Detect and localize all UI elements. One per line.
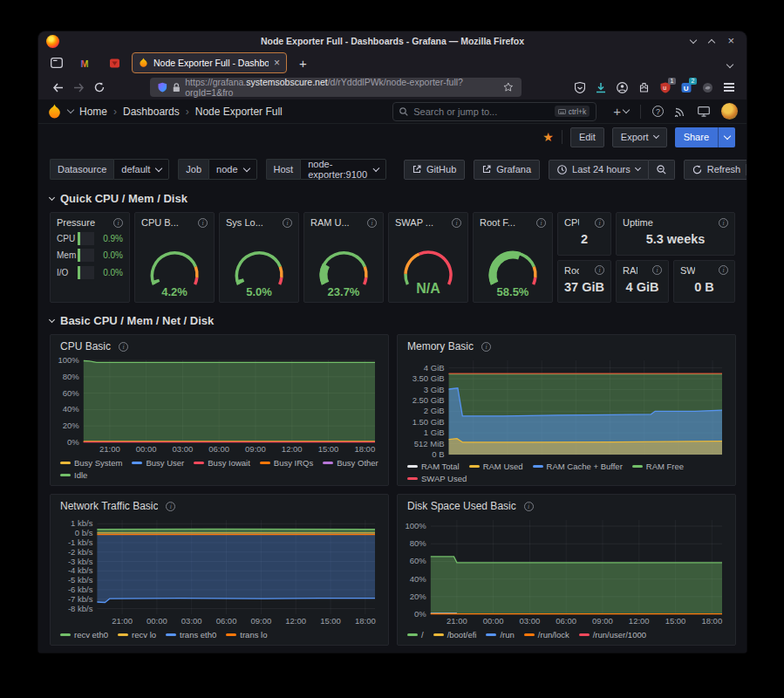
window-maximize-icon[interactable] (708, 38, 715, 45)
github-link-button[interactable]: GitHub (404, 160, 465, 180)
back-icon[interactable] (47, 77, 68, 98)
help-icon[interactable]: ? (652, 106, 664, 117)
add-button[interactable]: + (613, 104, 629, 119)
panel-info-icon[interactable] (595, 265, 604, 275)
legend-item[interactable]: RAM Free (632, 462, 684, 471)
legend-item[interactable]: /run/user/1000 (579, 630, 646, 640)
window-minimize-icon[interactable] (690, 36, 697, 43)
memory-basic-chart[interactable]: 4 GiB3.50 GiB3 GiB2.50 GiB2 GiB1.50 GiB1… (404, 356, 729, 459)
panel-info-icon[interactable] (119, 342, 128, 352)
legend-item[interactable]: RAM Cache + Buffer (533, 462, 623, 471)
pinned-tab-icon[interactable] (103, 53, 126, 72)
window-close-icon[interactable]: × (727, 37, 734, 45)
bookmark-star-icon[interactable] (503, 82, 514, 92)
user-avatar[interactable] (721, 103, 738, 120)
legend-item[interactable]: recv eth0 (60, 630, 108, 640)
breadcrumb-dashboards[interactable]: Dashboards (123, 106, 180, 118)
zoom-out-icon[interactable] (649, 160, 675, 180)
panel-title[interactable]: Network Traffic Basic (60, 500, 158, 512)
panel-title[interactable]: RootFS Total (564, 265, 579, 276)
panel-info-icon[interactable] (595, 218, 604, 228)
legend-item[interactable]: /run (486, 630, 514, 640)
grafana-logo-icon[interactable] (47, 104, 62, 120)
legend-item[interactable]: /boot/efi (433, 630, 477, 640)
panel-title[interactable]: SWAP ... (395, 217, 433, 228)
job-select[interactable]: node (208, 159, 256, 180)
legend-item[interactable]: Idle (60, 470, 87, 480)
panel-info-icon[interactable] (198, 218, 208, 228)
list-all-tabs-icon[interactable] (727, 55, 740, 71)
url-bar[interactable]: https://grafana.systemsobscure.net/d/rYd… (150, 78, 522, 97)
pinned-tab-gmail[interactable]: M (74, 53, 97, 72)
org-switcher-icon[interactable] (67, 106, 74, 113)
panel-title[interactable]: SWAP Total (680, 265, 695, 276)
edit-button[interactable]: Edit (570, 127, 604, 147)
section-quick-cpu[interactable]: Quick CPU / Mem / Disk (50, 192, 735, 205)
monitor-icon[interactable] (698, 106, 710, 117)
share-dropdown-icon[interactable] (718, 127, 735, 147)
grafana-link-button[interactable]: Grafana (474, 160, 540, 180)
legend-item[interactable]: SWAP Used (407, 474, 467, 483)
menu-icon[interactable] (724, 83, 734, 92)
legend-item[interactable]: recv lo (118, 630, 156, 640)
news-rss-icon[interactable] (675, 106, 686, 117)
disk-space-chart[interactable]: 100%80%60%40%20%0%21:0000:0003:0006:0009… (404, 516, 729, 627)
panel-info-icon[interactable] (524, 502, 534, 511)
legend-item[interactable]: Busy IRQs (260, 458, 313, 468)
panel-info-icon[interactable] (283, 218, 292, 228)
panel-title[interactable]: Uptime (623, 217, 653, 228)
favorite-star-icon[interactable]: ★ (542, 130, 554, 144)
panel-info-icon[interactable] (166, 502, 175, 511)
legend-item[interactable]: / (407, 630, 424, 640)
datasource-select[interactable]: default (113, 159, 169, 180)
legend-item[interactable]: /run/lock (524, 630, 569, 640)
legend-item[interactable]: Busy Other (323, 458, 378, 468)
extensions-puzzle-icon[interactable] (638, 82, 650, 93)
time-range-picker[interactable]: Last 24 hours (549, 160, 649, 180)
ublock-extension[interactable]: u 1 (660, 82, 671, 93)
titlebar[interactable]: Node Exporter Full - Dashboards - Grafan… (38, 31, 747, 51)
cpu-basic-chart[interactable]: 100%80%60%40%20%0%21:0000:0003:0006:0009… (57, 356, 382, 455)
refresh-button[interactable]: Refresh 1m (684, 160, 747, 180)
new-tab-button[interactable]: + (293, 56, 313, 71)
panel-info-icon[interactable] (652, 265, 662, 275)
panel-title[interactable]: RAM Total (623, 265, 637, 276)
legend-item[interactable]: Busy Iowait (194, 458, 250, 468)
network-traffic-chart[interactable]: 1 kb/s0 b/s-1 kb/s-2 kb/s-3 kb/s-4 kb/s-… (57, 516, 382, 627)
panel-title[interactable]: Sys Lo... (226, 217, 263, 228)
panel-title[interactable]: Disk Space Used Basic (407, 500, 516, 512)
panel-info-icon[interactable] (452, 218, 461, 228)
firefox-view-icon[interactable] (45, 53, 68, 72)
panel-title[interactable]: RAM U... (310, 217, 350, 228)
legend-item[interactable]: trans eth0 (166, 630, 216, 640)
tab-close-icon[interactable]: × (274, 57, 280, 69)
legend-item[interactable]: Busy User (132, 458, 184, 468)
extension-icon[interactable] (702, 82, 713, 93)
legend-item[interactable]: RAM Used (469, 462, 523, 471)
panel-info-icon[interactable] (367, 218, 377, 228)
panel-title[interactable]: Pressure (57, 217, 95, 228)
export-button[interactable]: Export (612, 127, 667, 147)
panel-info-icon[interactable] (719, 218, 728, 228)
legend-item[interactable]: Busy System (60, 458, 122, 468)
panel-info-icon[interactable] (113, 218, 123, 228)
search-input[interactable]: Search or jump to... ctrl+k (392, 102, 597, 121)
pocket-shield-icon[interactable] (575, 82, 585, 93)
tracking-shield-icon[interactable] (158, 82, 167, 92)
active-tab[interactable]: Node Exporter Full - Dashbo × (132, 52, 287, 73)
blue-extension[interactable]: U 2 (681, 82, 692, 93)
legend-item[interactable]: RAM Total (407, 462, 460, 471)
account-icon[interactable] (617, 82, 628, 93)
panel-title[interactable]: CPU B... (141, 217, 179, 228)
panel-info-icon[interactable] (536, 218, 546, 228)
host-select[interactable]: node-exporter:9100 (300, 159, 386, 180)
legend-item[interactable]: trans lo (226, 630, 267, 640)
panel-info-icon[interactable] (481, 342, 491, 352)
share-button[interactable]: Share (675, 127, 735, 147)
panel-title[interactable]: Root F... (480, 217, 515, 228)
panel-title[interactable]: CPU Basic (60, 340, 111, 352)
forward-icon[interactable] (68, 77, 89, 98)
panel-title[interactable]: CPU Cores (564, 217, 579, 228)
download-icon[interactable] (596, 82, 606, 93)
section-basic[interactable]: Basic CPU / Mem / Net / Disk (50, 314, 735, 327)
